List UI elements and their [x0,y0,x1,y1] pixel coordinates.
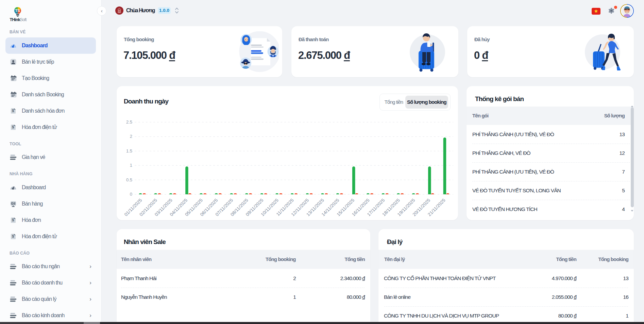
svg-text:$: $ [12,234,14,238]
svg-text:2.5: 2.5 [126,119,132,125]
svg-text:0.5: 0.5 [126,177,132,182]
svg-text:$: $ [12,218,14,222]
svg-text:$: $ [12,109,14,113]
svg-text:TS: TS [15,9,20,13]
svg-text:2: 2 [130,134,132,139]
svg-text:1.5: 1.5 [126,148,132,153]
svg-text:0: 0 [130,192,132,197]
svg-text:$: $ [12,125,14,129]
svg-text:1: 1 [130,163,132,168]
